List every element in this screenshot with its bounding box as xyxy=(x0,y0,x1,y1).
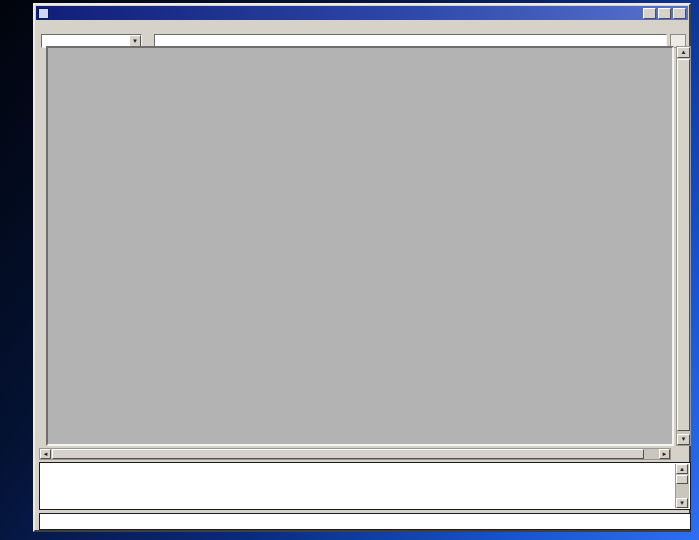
regulatory-overview-svg[interactable] xyxy=(48,48,672,444)
chevron-down-icon[interactable]: ▼ xyxy=(129,35,141,47)
command-log[interactable]: ▲ ▼ xyxy=(39,462,691,510)
app-icon xyxy=(38,8,49,19)
regulatory-overview-canvas[interactable] xyxy=(46,46,674,446)
scroll-left-icon[interactable]: ◄ xyxy=(40,449,51,459)
title-bar[interactable] xyxy=(36,6,688,20)
canvas-vertical-scrollbar[interactable]: ▲ ▼ xyxy=(676,46,691,446)
log-scrollbar[interactable]: ▲ ▼ xyxy=(675,464,689,508)
command-input[interactable] xyxy=(39,513,691,530)
desktop: ▼ ▲ ▼ ◄ ► ▲ ▼ xyxy=(0,0,699,540)
log-scroll-thumb[interactable] xyxy=(676,475,688,484)
canvas-horizontal-scrollbar[interactable]: ◄ ► xyxy=(39,448,671,460)
scroll-down-icon[interactable]: ▼ xyxy=(676,498,688,508)
scroll-up-icon[interactable]: ▲ xyxy=(677,47,690,58)
maximize-button[interactable] xyxy=(658,8,671,19)
minimize-button[interactable] xyxy=(643,8,656,19)
scroll-up-icon[interactable]: ▲ xyxy=(676,464,688,474)
close-button[interactable] xyxy=(673,8,686,19)
vertical-scroll-thumb[interactable] xyxy=(677,59,690,431)
horizontal-scroll-thumb[interactable] xyxy=(52,449,644,459)
scroll-down-icon[interactable]: ▼ xyxy=(677,434,690,445)
pathway-tools-window: ▼ ▲ ▼ ◄ ► ▲ ▼ xyxy=(33,3,691,532)
scroll-right-icon[interactable]: ► xyxy=(659,449,670,459)
menu-bar xyxy=(37,21,687,32)
